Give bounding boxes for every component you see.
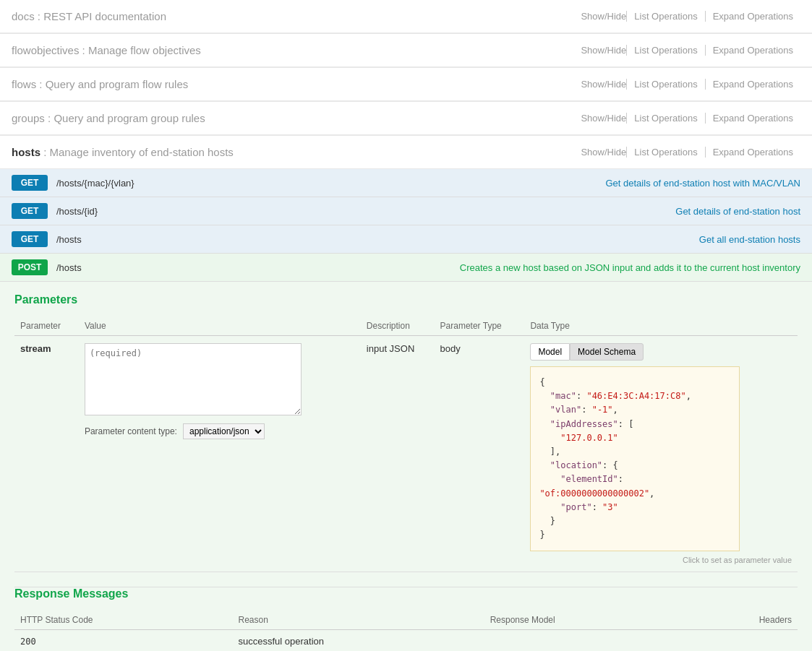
param-description: input JSON bbox=[367, 343, 414, 354]
parameters-title: Parameters bbox=[14, 293, 798, 306]
docs-list-ops[interactable]: List Operations bbox=[634, 11, 697, 22]
api-section-docs-header: docs : REST API documentation Show/Hide … bbox=[0, 0, 812, 33]
flows-expand-ops[interactable]: Expand Operations bbox=[713, 79, 793, 90]
groups-description: Query and program group rules bbox=[54, 112, 205, 124]
response-table: HTTP Status Code Reason Response Model H… bbox=[14, 611, 798, 651]
reason-200: successful operation bbox=[233, 630, 484, 651]
flowobjectives-title: flowobjectives : Manage flow objectives bbox=[12, 44, 201, 56]
groups-expand-ops[interactable]: Expand Operations bbox=[713, 113, 793, 124]
api-doc-container: docs : REST API documentation Show/Hide … bbox=[0, 0, 812, 651]
groups-actions: Show/Hide List Operations Expand Operati… bbox=[581, 113, 800, 124]
flowobjectives-list-ops[interactable]: List Operations bbox=[634, 45, 697, 56]
response-messages-title: Response Messages bbox=[14, 587, 798, 600]
hosts-name: hosts bbox=[12, 146, 40, 158]
flowobjectives-name: flowobjectives bbox=[12, 44, 79, 56]
content-type-row: Parameter content type: application/json bbox=[85, 423, 355, 439]
response-col-status: HTTP Status Code bbox=[14, 611, 233, 630]
operation-path-2: /hosts/{id} bbox=[56, 206, 675, 217]
groups-title: groups : Query and program group rules bbox=[12, 112, 205, 124]
api-section-flows: flows : Query and program flow rules Sho… bbox=[0, 68, 812, 102]
flows-list-ops[interactable]: List Operations bbox=[634, 79, 697, 90]
param-row-stream: stream Parameter content type: applicati… bbox=[14, 336, 798, 572]
headers-200 bbox=[683, 630, 798, 651]
response-col-headers: Headers bbox=[683, 611, 798, 630]
flows-name: flows bbox=[12, 78, 36, 90]
flowobjectives-expand-ops[interactable]: Expand Operations bbox=[713, 45, 793, 56]
response-col-reason: Reason bbox=[233, 611, 484, 630]
flows-showhide[interactable]: Show/Hide bbox=[581, 79, 626, 90]
method-badge-get-3: GET bbox=[12, 231, 48, 247]
parameters-table: Parameter Value Description Parameter Ty… bbox=[14, 316, 798, 572]
flows-actions: Show/Hide List Operations Expand Operati… bbox=[581, 79, 800, 90]
api-section-hosts: hosts : Manage inventory of end-station … bbox=[0, 136, 812, 651]
json-model-box[interactable]: { "mac": "46:E4:3C:A4:17:C8", "vlan": "-… bbox=[530, 366, 740, 551]
api-section-docs: docs : REST API documentation Show/Hide … bbox=[0, 0, 812, 34]
api-section-flowobjectives: flowobjectives : Manage flow objectives … bbox=[0, 34, 812, 68]
status-code-200: 200 bbox=[20, 637, 36, 647]
col-header-data-type: Data Type bbox=[524, 316, 798, 336]
operation-desc-3: Get all end-station hosts bbox=[699, 234, 800, 245]
operation-get-hosts-id[interactable]: GET /hosts/{id} Get details of end-stati… bbox=[0, 197, 812, 225]
hosts-description: Manage inventory of end-station hosts bbox=[50, 146, 234, 158]
api-section-flows-header: flows : Query and program flow rules Sho… bbox=[0, 68, 812, 101]
operation-get-hosts[interactable]: GET /hosts Get all end-station hosts bbox=[0, 225, 812, 254]
docs-actions: Show/Hide List Operations Expand Operati… bbox=[581, 11, 800, 22]
operation-path-3: /hosts bbox=[56, 234, 699, 245]
operation-get-hosts-mac-vlan[interactable]: GET /hosts/{mac}/{vlan} Get details of e… bbox=[0, 169, 812, 197]
hosts-expand-ops[interactable]: Expand Operations bbox=[713, 147, 793, 158]
hosts-title: hosts : Manage inventory of end-station … bbox=[12, 146, 234, 158]
operation-desc-4: Creates a new host based on JSON input a… bbox=[460, 262, 800, 273]
flows-title: flows : Query and program flow rules bbox=[12, 78, 188, 90]
model-tabs: Model Model Schema bbox=[530, 343, 792, 361]
method-badge-get-2: GET bbox=[12, 203, 48, 219]
hosts-showhide[interactable]: Show/Hide bbox=[581, 147, 626, 158]
model-tab-schema[interactable]: Model Schema bbox=[570, 343, 644, 361]
operation-path-4: /hosts bbox=[56, 262, 460, 273]
param-name-stream: stream bbox=[20, 343, 51, 354]
hosts-list-ops[interactable]: List Operations bbox=[634, 147, 697, 158]
groups-showhide[interactable]: Show/Hide bbox=[581, 113, 626, 124]
response-row-200: 200 successful operation bbox=[14, 630, 798, 651]
response-col-model: Response Model bbox=[484, 611, 683, 630]
click-hint: Click to set as parameter value bbox=[530, 556, 792, 564]
docs-name: docs bbox=[12, 10, 35, 22]
operation-path-1: /hosts/{mac}/{vlan} bbox=[56, 178, 605, 189]
hosts-actions: Show/Hide List Operations Expand Operati… bbox=[581, 147, 800, 158]
groups-name: groups bbox=[12, 112, 45, 124]
operation-post-hosts[interactable]: POST /hosts Creates a new host based on … bbox=[0, 254, 812, 282]
docs-expand-ops[interactable]: Expand Operations bbox=[713, 11, 793, 22]
post-expanded-section: Parameters Parameter Value Description P… bbox=[0, 282, 812, 651]
api-section-flowobjectives-header: flowobjectives : Manage flow objectives … bbox=[0, 34, 812, 67]
method-badge-post: POST bbox=[12, 259, 48, 275]
flowobjectives-showhide[interactable]: Show/Hide bbox=[581, 45, 626, 56]
col-header-description: Description bbox=[361, 316, 435, 336]
col-header-parameter: Parameter bbox=[14, 316, 79, 336]
flowobjectives-actions: Show/Hide List Operations Expand Operati… bbox=[581, 45, 800, 56]
flowobjectives-description: Manage flow objectives bbox=[88, 44, 201, 56]
docs-title: docs : REST API documentation bbox=[12, 10, 166, 22]
param-value-textarea[interactable] bbox=[85, 343, 302, 415]
api-section-groups-header: groups : Query and program group rules S… bbox=[0, 102, 812, 135]
data-type-cell: Model Model Schema { "mac": "46:E4:3C:A4… bbox=[524, 336, 798, 572]
response-messages-section: Response Messages HTTP Status Code Reaso… bbox=[14, 587, 798, 651]
docs-description: REST API documentation bbox=[43, 10, 166, 22]
method-badge-get-1: GET bbox=[12, 175, 48, 191]
api-section-hosts-header: hosts : Manage inventory of end-station … bbox=[0, 136, 812, 169]
param-type-value: body bbox=[440, 343, 461, 354]
col-header-value: Value bbox=[79, 316, 361, 336]
docs-showhide[interactable]: Show/Hide bbox=[581, 11, 626, 22]
operation-desc-1: Get details of end-station host with MAC… bbox=[605, 178, 800, 189]
col-header-param-type: Parameter Type bbox=[435, 316, 525, 336]
content-type-select[interactable]: application/json bbox=[183, 423, 265, 439]
model-tab-model[interactable]: Model bbox=[530, 343, 570, 361]
operation-desc-2: Get details of end-station host bbox=[675, 206, 800, 217]
api-section-groups: groups : Query and program group rules S… bbox=[0, 102, 812, 136]
flows-description: Query and program flow rules bbox=[46, 78, 189, 90]
content-type-label: Parameter content type: bbox=[85, 426, 177, 436]
groups-list-ops[interactable]: List Operations bbox=[634, 113, 697, 124]
model-200 bbox=[484, 630, 683, 651]
